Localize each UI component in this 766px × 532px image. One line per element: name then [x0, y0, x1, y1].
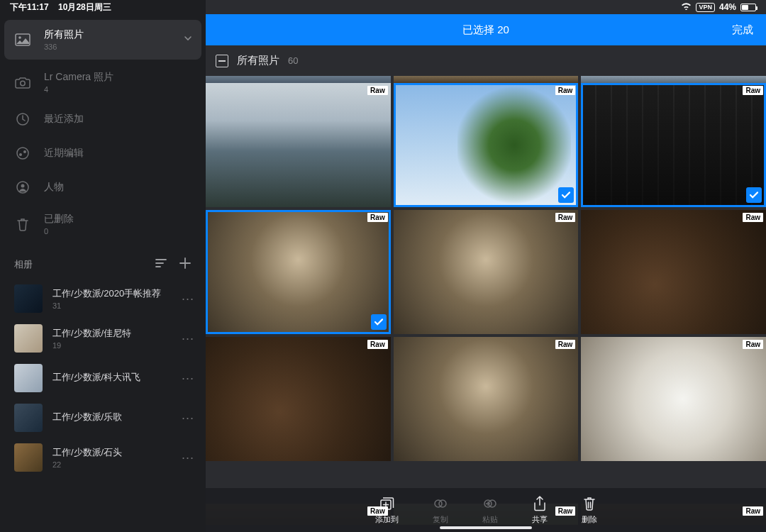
selection-count: 已选择 20 — [462, 23, 509, 37]
check-icon — [746, 187, 762, 203]
photo-sliver[interactable] — [206, 76, 391, 83]
paste-button[interactable]: 粘贴 — [482, 496, 498, 525]
copy-icon — [433, 496, 448, 511]
photo-cell[interactable]: Raw — [206, 337, 391, 461]
album-row[interactable]: 工作/少数派/乐歌 ··· — [0, 398, 206, 438]
sidebar-item-all-photos[interactable]: 所有照片 336 — [4, 20, 201, 60]
photo-grid-scroll[interactable]: Raw Raw Raw Raw Raw Raw — [206, 76, 766, 532]
done-button[interactable]: 完成 — [732, 23, 753, 37]
more-icon[interactable]: ··· — [182, 411, 194, 426]
battery-percent: 44% — [719, 2, 736, 12]
photo-cell[interactable]: Raw — [206, 83, 391, 207]
copy-button[interactable]: 复制 — [433, 496, 448, 525]
grid-header: 所有照片 60 — [206, 45, 766, 76]
sidebar-item-label: 所有照片 — [44, 28, 170, 41]
photo-cell[interactable]: Raw — [394, 83, 579, 207]
sidebar-item-label: 最近添加 — [44, 113, 197, 126]
camera-icon — [14, 74, 31, 91]
more-icon[interactable]: ··· — [182, 292, 194, 306]
tool-label: 删除 — [582, 514, 597, 525]
more-icon[interactable]: ··· — [182, 371, 194, 386]
more-icon[interactable]: ··· — [182, 450, 194, 465]
albums-header: 相册 — [0, 244, 206, 279]
status-time: 下午11:17 — [10, 2, 49, 12]
paste-icon — [482, 496, 498, 511]
trash-icon — [14, 216, 31, 233]
sidebar-item-people[interactable]: 人物 — [0, 170, 206, 204]
main-content: 已选择 20 完成 所有照片 60 Raw Raw — [206, 0, 766, 532]
photo-cell[interactable]: Raw — [394, 210, 579, 334]
edit-icon — [14, 145, 31, 162]
photo-sliver[interactable] — [394, 76, 579, 83]
album-row[interactable]: 工作/少数派/科大讯飞 ··· — [0, 358, 206, 398]
sidebar-item-label: 近期编辑 — [44, 147, 197, 160]
delete-icon — [582, 496, 597, 511]
album-title: 工作/少数派/科大讯飞 — [52, 371, 172, 384]
album-title: 工作/少数派/石头 — [52, 446, 172, 459]
home-indicator[interactable] — [440, 526, 532, 529]
album-title: 工作/少数派/2020手帐推荐 — [52, 287, 172, 300]
album-row[interactable]: 工作/少数派/2020手帐推荐31 ··· — [0, 279, 206, 318]
svg-point-4 — [17, 148, 28, 159]
sidebar-item-lr-camera[interactable]: Lr Camera 照片 4 — [0, 62, 206, 102]
photo-cell[interactable]: Raw — [581, 83, 766, 207]
sidebar-item-label: Lr Camera 照片 — [44, 71, 197, 84]
svg-point-6 — [23, 150, 26, 153]
album-thumbnail — [14, 443, 43, 472]
bottom-toolbar: 添加到 复制 粘贴 共享 — [206, 488, 766, 532]
sidebar-item-recently-added[interactable]: 最近添加 — [0, 102, 206, 136]
status-bar: 下午11:17 10月28日周三 VPN 44% — [0, 0, 766, 14]
share-icon — [532, 496, 548, 511]
tool-label: 复制 — [433, 514, 448, 525]
album-thumbnail — [14, 324, 43, 353]
photo-cell[interactable]: Raw — [206, 210, 391, 334]
album-count: 22 — [52, 460, 172, 469]
sidebar-item-count: 4 — [44, 85, 197, 94]
album-title: 工作/少数派/佳尼特 — [52, 327, 172, 340]
raw-badge: Raw — [367, 86, 388, 95]
album-row[interactable]: 工作/少数派/石头22 ··· — [0, 438, 206, 477]
raw-badge: Raw — [743, 86, 763, 95]
add-album-icon[interactable] — [179, 257, 192, 272]
photo-cell[interactable]: Raw — [581, 337, 766, 461]
album-count: 31 — [52, 301, 172, 310]
clock-icon — [14, 111, 31, 128]
album-thumbnail — [14, 364, 43, 392]
delete-button[interactable]: 删除 — [582, 496, 597, 525]
status-date: 10月28日周三 — [58, 2, 111, 12]
selection-bar: 已选择 20 完成 — [206, 14, 766, 45]
album-row[interactable]: 工作/少数派/佳尼特19 ··· — [0, 318, 206, 358]
photo-sliver[interactable] — [581, 76, 766, 83]
wifi-icon — [681, 2, 692, 12]
album-thumbnail — [14, 284, 43, 313]
album-title: 工作/少数派/乐歌 — [52, 411, 172, 423]
tool-label: 共享 — [532, 514, 548, 525]
raw-badge: Raw — [743, 340, 763, 349]
sidebar-item-count: 336 — [44, 43, 170, 51]
person-icon — [14, 179, 31, 196]
raw-badge: Raw — [555, 86, 576, 95]
photo-cell[interactable]: Raw — [581, 210, 766, 334]
check-icon — [558, 187, 574, 203]
svg-point-5 — [19, 153, 22, 156]
sidebar-item-recent-edits[interactable]: 近期编辑 — [0, 136, 206, 170]
grid-count: 60 — [288, 55, 298, 66]
deselect-all-icon[interactable] — [216, 55, 228, 67]
sidebar-item-label: 已删除 — [44, 213, 197, 226]
sidebar-item-count: 0 — [44, 227, 197, 235]
vpn-badge: VPN — [696, 3, 715, 12]
grid-title: 所有照片 — [237, 54, 279, 67]
svg-point-8 — [21, 184, 25, 188]
raw-badge: Raw — [367, 213, 388, 222]
raw-badge: Raw — [555, 213, 576, 222]
raw-badge: Raw — [367, 506, 388, 516]
more-icon[interactable]: ··· — [182, 331, 194, 346]
sort-icon[interactable] — [155, 258, 167, 270]
photo-cell[interactable]: Raw — [394, 337, 579, 461]
raw-badge: Raw — [367, 340, 388, 349]
sidebar-item-deleted[interactable]: 已删除 0 — [0, 204, 206, 244]
share-button[interactable]: 共享 — [532, 496, 548, 525]
svg-point-1 — [18, 36, 21, 39]
raw-badge: Raw — [555, 340, 576, 349]
tool-label: 粘贴 — [482, 514, 498, 525]
